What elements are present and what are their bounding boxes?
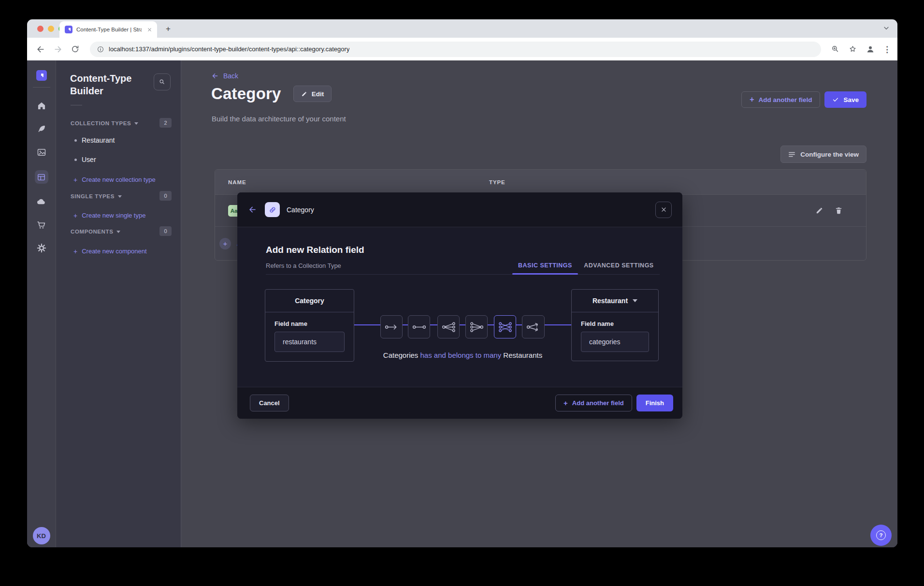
reload-icon[interactable] xyxy=(71,44,80,54)
tab-advanced-settings[interactable]: ADVANCED SETTINGS xyxy=(578,256,660,274)
single-types-count-badge: 0 xyxy=(159,191,172,201)
cloud-icon[interactable] xyxy=(36,196,47,207)
tab-basic-settings[interactable]: BASIC SETTINGS xyxy=(512,256,578,274)
forward-icon[interactable] xyxy=(53,44,63,54)
column-name: NAME xyxy=(228,179,246,185)
relation-one-way[interactable] xyxy=(380,315,403,338)
modal-tabs: BASIC SETTINGS ADVANCED SETTINGS xyxy=(512,256,660,274)
target-collection-select[interactable]: Restaurant xyxy=(572,290,658,312)
bullet-icon xyxy=(74,159,77,161)
sentence-object: Restaurants xyxy=(503,351,542,359)
list-icon xyxy=(788,151,795,158)
search-button[interactable] xyxy=(154,73,171,90)
browser-tab[interactable]: Content-Type Builder | Strapi xyxy=(59,21,157,38)
modal-close-button[interactable] xyxy=(655,202,672,218)
home-icon[interactable] xyxy=(36,101,47,111)
plugin-title: Content-Type Builder xyxy=(70,72,138,97)
page-subtitle: Build the data architecture of your cont… xyxy=(212,115,346,123)
check-icon xyxy=(832,96,839,103)
bookmark-star-icon[interactable] xyxy=(848,44,858,54)
row-actions xyxy=(815,206,843,215)
profile-icon[interactable] xyxy=(866,44,875,54)
sidebar-item-restaurant[interactable]: Restaurant xyxy=(74,136,115,144)
help-button[interactable]: ? xyxy=(870,525,892,546)
add-another-field-button[interactable]: + Add another field xyxy=(741,91,820,108)
relation-many-to-one[interactable] xyxy=(465,315,488,338)
close-window-button[interactable] xyxy=(37,26,43,32)
source-card: Category Field name xyxy=(265,289,354,362)
item-label: User xyxy=(82,156,96,163)
source-card-title: Category xyxy=(265,290,354,312)
edit-label: Edit xyxy=(312,90,324,98)
relation-link-icon xyxy=(265,202,280,217)
new-tab-button[interactable]: + xyxy=(163,24,173,34)
modal-back-icon[interactable] xyxy=(248,205,258,215)
create-single-type-link[interactable]: + Create new single type xyxy=(73,212,145,219)
minimize-window-button[interactable] xyxy=(48,26,54,32)
table-header: NAME TYPE xyxy=(215,170,866,195)
marketplace-cart-icon[interactable] xyxy=(36,220,47,230)
column-type: TYPE xyxy=(489,179,505,185)
configure-view-button[interactable]: Configure the view xyxy=(780,146,866,163)
user-avatar[interactable]: KD xyxy=(33,527,50,544)
section-collection-types[interactable]: COLLECTION TYPES xyxy=(71,120,138,126)
content-manager-icon[interactable] xyxy=(36,124,47,134)
relation-one-to-one[interactable] xyxy=(408,315,430,338)
page-header: Category Edit xyxy=(211,85,332,103)
card-title-label: Restaurant xyxy=(592,297,628,305)
section-components[interactable]: COMPONENTS xyxy=(71,229,120,234)
target-card: Restaurant Field name xyxy=(571,289,659,361)
link-label: Create new collection type xyxy=(82,176,155,183)
plus-icon: + xyxy=(73,248,77,255)
content-type-builder-icon[interactable] xyxy=(35,170,48,184)
target-field-name-input[interactable] xyxy=(581,332,649,352)
tabs-divider xyxy=(266,274,660,275)
modal-add-another-field-button[interactable]: + Add another field xyxy=(555,395,632,411)
plus-icon: + xyxy=(73,212,77,219)
button-label: Configure the view xyxy=(800,151,859,158)
relation-one-to-many[interactable] xyxy=(437,315,460,338)
button-label: Finish xyxy=(646,399,664,407)
sentence-subject: Categories xyxy=(383,351,419,359)
edit-field-icon[interactable] xyxy=(815,206,823,215)
browser-menu-icon[interactable]: ⋮ xyxy=(883,44,889,54)
address-bar[interactable]: localhost:1337/admin/plugins/content-typ… xyxy=(90,42,821,57)
link-label: Create new component xyxy=(82,248,146,255)
section-single-types[interactable]: SINGLE TYPES xyxy=(71,193,122,199)
plugin-sidebar: Content-Type Builder COLLECTION TYPES 2 … xyxy=(56,60,181,547)
create-component-link[interactable]: + Create new component xyxy=(73,248,147,255)
sidebar-item-user[interactable]: User xyxy=(74,156,96,163)
modal-footer: Cancel + Add another field Finish xyxy=(237,387,682,419)
browser-tab-strip: Content-Type Builder | Strapi + xyxy=(27,19,897,38)
create-collection-type-link[interactable]: + Create new collection type xyxy=(73,176,156,183)
section-label: COLLECTION TYPES xyxy=(71,120,131,126)
finish-button[interactable]: Finish xyxy=(636,395,673,411)
active-tab-indicator xyxy=(512,273,578,275)
edit-button[interactable]: Edit xyxy=(293,86,332,102)
cancel-button[interactable]: Cancel xyxy=(250,395,289,411)
zoom-icon[interactable] xyxy=(831,44,840,54)
site-info-icon[interactable] xyxy=(97,45,104,53)
button-label: Add another field xyxy=(572,399,624,407)
chevron-down-icon xyxy=(118,195,122,198)
section-label: SINGLE TYPES xyxy=(71,193,115,199)
button-label: Cancel xyxy=(259,399,280,407)
back-link[interactable]: Back xyxy=(211,72,238,80)
save-button[interactable]: Save xyxy=(824,91,866,108)
settings-gear-icon[interactable] xyxy=(36,243,47,253)
source-field-name-input[interactable] xyxy=(274,332,345,352)
relation-many-to-many[interactable] xyxy=(494,315,516,338)
tab-close-icon[interactable] xyxy=(145,26,153,33)
tab-search-chevron-icon[interactable] xyxy=(883,25,890,31)
delete-field-icon[interactable] xyxy=(835,206,843,215)
media-library-icon[interactable] xyxy=(36,147,47,158)
bullet-icon xyxy=(74,139,77,142)
relation-many-way[interactable] xyxy=(522,315,545,338)
url-text[interactable]: localhost:1337/admin/plugins/content-typ… xyxy=(109,45,349,53)
button-label: Add another field xyxy=(758,96,812,103)
strapi-logo-icon[interactable] xyxy=(36,70,47,81)
back-icon[interactable] xyxy=(36,44,45,54)
field-name-label: Field name xyxy=(581,320,658,327)
field-name-label: Field name xyxy=(274,320,354,327)
link-label: Create new single type xyxy=(82,212,145,219)
